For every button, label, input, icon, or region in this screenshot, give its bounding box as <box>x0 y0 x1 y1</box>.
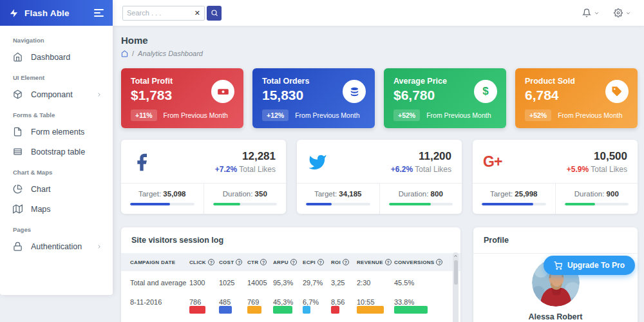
facebook-card: 12,281 +7.2% Total Likes Target: 35,098 … <box>121 140 286 214</box>
stat-card-product-sold[interactable]: Product Sold 6,784 +52% From Previous Mo… <box>515 68 638 128</box>
col-arpu[interactable]: ARPU <box>273 259 303 265</box>
lock-icon <box>13 242 23 251</box>
search-button[interactable] <box>207 6 222 21</box>
settings-menu[interactable] <box>614 8 631 17</box>
home-breadcrumb-icon[interactable] <box>121 50 128 57</box>
stat-card-total-profit[interactable]: Total Profit $1,783 +11% From Previous M… <box>121 68 243 128</box>
col-cost[interactable]: Cost <box>219 259 247 265</box>
social-cards-row: 12,281 +7.2% Total Likes Target: 35,098 … <box>121 140 638 214</box>
sidebar-section-pages: Pages <box>0 219 113 236</box>
help-icon <box>343 259 349 265</box>
bolt-logo-icon <box>9 8 19 19</box>
col-revenue[interactable]: Revenue <box>357 259 394 265</box>
target-progress <box>482 203 546 205</box>
col-roi[interactable]: ROI <box>331 259 357 265</box>
database-icon <box>343 80 366 103</box>
help-icon <box>290 259 297 265</box>
col-click[interactable]: Click <box>189 259 219 265</box>
stat-card-total-orders[interactable]: Total Orders 15,830 +12% From Previous M… <box>252 68 375 128</box>
target-progress <box>306 203 370 205</box>
chevron-down-icon <box>625 10 631 16</box>
help-icon <box>236 259 242 265</box>
sidebar-section-forms-table: Forms & Table <box>0 104 113 122</box>
scroll-up-icon[interactable] <box>453 254 458 258</box>
clear-search-icon[interactable]: ✕ <box>194 10 200 17</box>
session-log-card: Site visitors session log Campaign date … <box>121 227 460 322</box>
status-badge: +11% <box>131 109 157 121</box>
likes-count: 10,500 <box>567 150 627 163</box>
likes-count: 11,200 <box>391 150 451 163</box>
profile-title: Profile <box>473 227 638 254</box>
sidebar-item-componant[interactable]: Componant <box>0 84 113 104</box>
search-box: ✕ <box>122 6 205 21</box>
stat-card-average-price[interactable]: Average Price $6,780 $ +52% From Previou… <box>384 68 506 128</box>
menu-toggle-icon[interactable] <box>94 9 104 17</box>
notifications-menu[interactable] <box>582 8 600 17</box>
status-badge: +52% <box>393 109 420 121</box>
googleplus-card: G+ 10,500 +5.9% Total Likes Target: 25,9… <box>473 140 638 214</box>
help-icon <box>385 259 392 265</box>
app-title: Flash Able <box>24 8 94 18</box>
breadcrumb: / Analytics Dashboard <box>121 50 638 57</box>
col-ecpi[interactable]: ECPI <box>303 259 331 265</box>
change-percent: +5.9% <box>567 165 589 174</box>
col-ctr[interactable]: CTR <box>247 259 273 265</box>
dollar-icon: $ <box>474 80 497 103</box>
facebook-icon <box>131 152 157 173</box>
pie-chart-icon <box>13 184 23 194</box>
help-icon <box>436 259 442 265</box>
help-icon <box>260 259 267 265</box>
profile-card: Profile <box>473 227 638 322</box>
breadcrumb-current[interactable]: Analytics Dashboard <box>138 50 203 57</box>
change-percent: +6.2% <box>391 165 413 174</box>
sidebar-item-chart[interactable]: Chart <box>0 179 113 199</box>
target-progress <box>130 203 194 205</box>
search-input[interactable] <box>127 9 192 17</box>
googleplus-icon: G+ <box>483 153 509 171</box>
box-icon <box>13 90 23 99</box>
col-campaign-date[interactable]: Campaign date <box>130 260 189 265</box>
sidebar-item-maps[interactable]: Maps <box>0 199 113 219</box>
file-text-icon <box>13 127 23 137</box>
chevron-right-icon <box>96 243 102 250</box>
table-title: Site visitors session log <box>121 227 460 253</box>
likes-count: 12,281 <box>215 150 276 163</box>
sidebar-item-bootstrap-table[interactable]: Bootstrap table <box>0 142 113 162</box>
sidebar-item-authentication[interactable]: Authentication <box>0 236 113 256</box>
chevron-down-icon <box>594 10 600 16</box>
help-icon <box>208 259 214 265</box>
status-badge: +12% <box>262 109 289 121</box>
sidebar-section-ui-element: UI Element <box>0 67 113 84</box>
tags-icon <box>605 80 629 103</box>
map-icon <box>13 204 23 214</box>
topbar: ✕ <box>113 0 644 26</box>
table-row: 8-11-2016 786 485 769 45,3% 6,7% 8,56 10… <box>121 290 460 310</box>
sidebar-section-chart-maps: Chart & Maps <box>0 162 113 179</box>
twitter-icon <box>307 153 333 172</box>
upgrade-to-pro-button[interactable]: Upgrade To Pro <box>544 256 635 275</box>
duration-progress <box>213 203 278 205</box>
col-conversions[interactable]: Conversions <box>394 259 448 265</box>
sidebar: Flash Able Navigation Dashboard UI Eleme… <box>0 0 113 295</box>
duration-progress <box>565 203 629 205</box>
page-title: Home <box>121 35 638 46</box>
table-scrollbar[interactable] <box>453 252 459 322</box>
stat-cards-row: Total Profit $1,783 +11% From Previous M… <box>121 68 638 128</box>
table-row: Total and average 1300 1025 14005 95,3% … <box>121 271 460 290</box>
gear-icon <box>614 8 623 17</box>
duration-progress <box>389 203 453 205</box>
help-icon <box>317 259 324 265</box>
bell-icon <box>582 8 591 17</box>
sidebar-section-navigation: Navigation <box>0 30 113 47</box>
home-icon <box>13 52 23 62</box>
sidebar-item-dashboard[interactable]: Dashboard <box>0 47 113 67</box>
table-header-row: Campaign date Click Cost CTR ARPU ECPI R… <box>121 253 460 271</box>
search-icon <box>211 9 218 17</box>
cart-icon <box>554 261 562 270</box>
table-icon <box>13 147 23 156</box>
money-bill-icon <box>211 80 234 103</box>
profile-name: Alessa Robert <box>473 312 638 321</box>
sidebar-header: Flash Able <box>0 0 113 26</box>
status-badge: +52% <box>525 109 551 121</box>
sidebar-item-form-elements[interactable]: Form elements <box>0 122 113 142</box>
